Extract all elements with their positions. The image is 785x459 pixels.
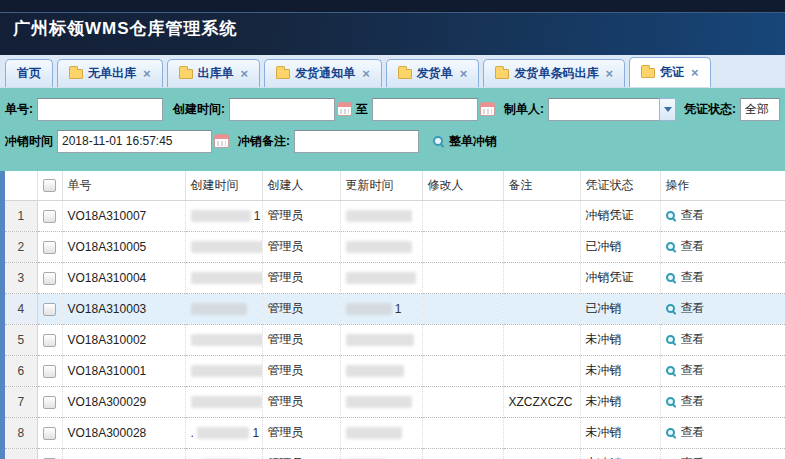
redacted-value xyxy=(346,272,416,284)
calendar-icon[interactable] xyxy=(337,102,352,116)
redacted-value xyxy=(191,241,263,253)
close-icon[interactable]: × xyxy=(143,66,151,81)
close-icon[interactable]: × xyxy=(241,66,249,81)
order-no-input[interactable] xyxy=(37,98,163,121)
magnifier-icon xyxy=(666,211,675,220)
magnifier-icon xyxy=(666,366,675,375)
tab-home[interactable]: 首页 xyxy=(5,59,53,87)
writeoff-time-input[interactable] xyxy=(57,130,212,153)
created-time-cell: . 1 xyxy=(185,417,262,448)
column-header-modifier[interactable]: 修改人 xyxy=(422,171,503,200)
updated-time-cell xyxy=(340,262,422,293)
table-row[interactable]: 8 VO18A300028 . 1 管理员 未冲销 查看 xyxy=(5,417,785,448)
tab-label: 发货单 xyxy=(417,65,453,82)
magnifier-icon xyxy=(666,397,675,406)
table-row[interactable]: 6 VO18A310001 管理员 未冲销 查看 xyxy=(5,355,785,386)
tab-shipping-barcode-outbound[interactable]: 发货单条码出库 × xyxy=(483,59,625,87)
writeoff-remark-input[interactable] xyxy=(294,130,419,153)
updated-time-cell xyxy=(340,231,422,262)
view-link-label: 查看 xyxy=(681,362,705,379)
column-header-creator[interactable]: 创建人 xyxy=(262,171,340,200)
tab-shipping-order[interactable]: 发货单 × xyxy=(386,59,480,87)
table-row[interactable]: 9 VO18A300027 2 0 1 管理员 0:30 未冲销 查看 xyxy=(5,448,785,459)
writeoff-button[interactable]: 整单冲销 xyxy=(433,133,497,150)
table-row[interactable]: 7 VO18A300029 管理员 XZCZXCZC 未冲销 查看 xyxy=(5,386,785,417)
chevron-down-icon[interactable] xyxy=(659,98,676,121)
maker-label: 制单人: xyxy=(504,101,544,118)
table-row[interactable]: 5 VO18A310002 管理员 未冲销 查看 xyxy=(5,324,785,355)
view-link[interactable]: 查看 xyxy=(666,269,705,286)
tab-label: 发货通知单 xyxy=(295,65,355,82)
column-header-created[interactable]: 创建时间 xyxy=(185,171,262,200)
row-checkbox[interactable] xyxy=(43,272,56,285)
row-number: 4 xyxy=(5,293,37,324)
row-checkbox[interactable] xyxy=(43,210,56,223)
view-link-label: 查看 xyxy=(681,207,705,224)
create-time-from-input[interactable] xyxy=(229,98,335,121)
magnifier-icon xyxy=(666,242,675,251)
row-checkbox[interactable] xyxy=(43,241,56,254)
creator-cell: 管理员 xyxy=(262,386,340,417)
created-time-cell xyxy=(185,355,262,386)
app-header: 广州标领WMS仓库管理系统 xyxy=(0,0,785,55)
writeoff-button-label: 整单冲销 xyxy=(449,133,497,150)
redacted-value xyxy=(346,334,414,346)
column-header-order[interactable]: 单号 xyxy=(62,171,185,200)
view-link[interactable]: 查看 xyxy=(666,455,705,459)
creator-cell: 管理员 xyxy=(262,417,340,448)
view-link[interactable]: 查看 xyxy=(666,238,705,255)
close-icon[interactable]: × xyxy=(605,66,613,81)
status-select[interactable]: 全部 xyxy=(740,98,780,121)
view-link[interactable]: 查看 xyxy=(666,362,705,379)
redacted-fragment: 1 xyxy=(253,426,260,440)
column-header-status[interactable]: 凭证状态 xyxy=(580,171,660,200)
table-row[interactable]: 4 VO18A310003 管理员 1 已冲销 查看 xyxy=(5,293,785,324)
view-link[interactable]: 查看 xyxy=(666,393,705,410)
order-no-cell: VO18A300029 xyxy=(62,386,185,417)
view-link[interactable]: 查看 xyxy=(666,331,705,348)
close-icon[interactable]: × xyxy=(460,66,468,81)
voucher-grid: 单号 创建时间 创建人 更新时间 修改人 备注 凭证状态 操作 1 VO18A3… xyxy=(0,171,785,459)
row-number: 2 xyxy=(5,231,37,262)
order-no-cell: VO18A310002 xyxy=(62,324,185,355)
close-icon[interactable]: × xyxy=(691,65,699,80)
tab-voucher[interactable]: 凭证 × xyxy=(629,57,711,87)
creator-cell: 管理员 xyxy=(262,231,340,262)
view-link[interactable]: 查看 xyxy=(666,424,705,441)
select-all-checkbox[interactable] xyxy=(43,179,56,192)
status-cell: 冲销凭证 xyxy=(580,262,660,293)
column-header-updated[interactable]: 更新时间 xyxy=(340,171,422,200)
column-header-action[interactable]: 操作 xyxy=(660,171,785,200)
maker-select[interactable] xyxy=(548,98,676,121)
calendar-icon[interactable] xyxy=(480,102,495,116)
table-row[interactable]: 1 VO18A310007 1 管理员 冲销凭证 查看 xyxy=(5,200,785,231)
row-checkbox[interactable] xyxy=(43,365,56,378)
magnifier-icon xyxy=(666,428,675,437)
row-checkbox[interactable] xyxy=(43,427,56,440)
view-link-label: 查看 xyxy=(681,300,705,317)
create-time-to-input[interactable] xyxy=(372,98,478,121)
row-number: 6 xyxy=(5,355,37,386)
view-link[interactable]: 查看 xyxy=(666,300,705,317)
redacted-value xyxy=(197,427,249,439)
redacted-value xyxy=(191,210,251,222)
view-link[interactable]: 查看 xyxy=(666,207,705,224)
view-link-label: 查看 xyxy=(681,269,705,286)
row-checkbox[interactable] xyxy=(43,396,56,409)
tab-label: 出库单 xyxy=(198,65,234,82)
column-header-remark[interactable]: 备注 xyxy=(503,171,580,200)
tab-outbound-order[interactable]: 出库单 × xyxy=(167,59,261,87)
calendar-icon[interactable] xyxy=(214,134,229,148)
row-checkbox[interactable] xyxy=(43,303,56,316)
row-checkbox[interactable] xyxy=(43,334,56,347)
app-title: 广州标领WMS仓库管理系统 xyxy=(13,17,238,40)
table-row[interactable]: 3 VO18A310004 管理员 冲销凭证 查看 xyxy=(5,262,785,293)
remark-cell xyxy=(503,448,580,459)
row-number-header xyxy=(5,171,37,200)
status-cell: 未冲销 xyxy=(580,386,660,417)
tab-shipping-notice[interactable]: 发货通知单 × xyxy=(264,59,382,87)
tab-no-order-outbound[interactable]: 无单出库 × xyxy=(57,59,163,87)
close-icon[interactable]: × xyxy=(362,66,370,81)
status-cell: 冲销凭证 xyxy=(580,200,660,231)
table-row[interactable]: 2 VO18A310005 管理员 已冲销 查看 xyxy=(5,231,785,262)
